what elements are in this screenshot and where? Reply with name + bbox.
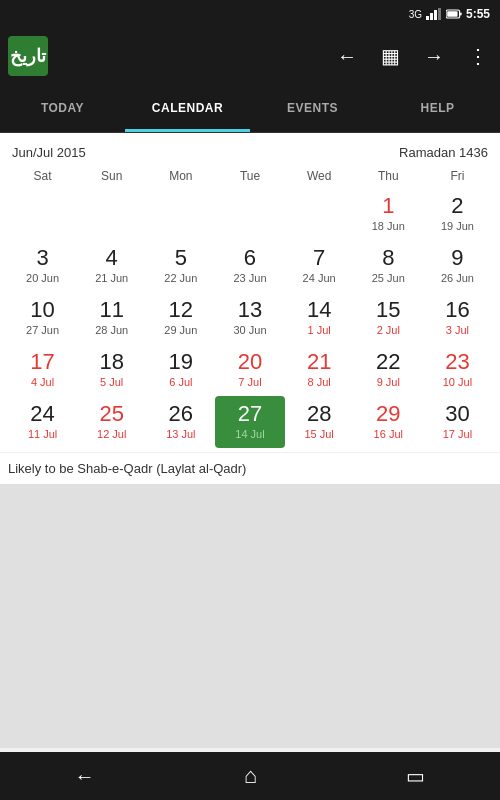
greg-date: 5 bbox=[175, 245, 187, 271]
svg-rect-1 bbox=[430, 13, 433, 20]
greg-date: 27 bbox=[238, 401, 262, 427]
day-header-tue: Tue bbox=[215, 166, 284, 186]
tab-calendar[interactable]: CALENDAR bbox=[125, 84, 250, 132]
cal-cell[interactable]: 185 Jul bbox=[77, 344, 146, 396]
cal-cell bbox=[146, 188, 215, 240]
hijri-date: 22 Jun bbox=[164, 272, 197, 285]
hijri-date: 27 Jun bbox=[26, 324, 59, 337]
hijri-date: 10 Jul bbox=[443, 376, 472, 389]
cal-cell[interactable]: 1128 Jun bbox=[77, 292, 146, 344]
forward-button[interactable]: → bbox=[420, 41, 448, 72]
cal-cell[interactable]: 196 Jul bbox=[146, 344, 215, 396]
greg-date: 12 bbox=[169, 297, 193, 323]
greg-date: 1 bbox=[382, 193, 394, 219]
nav-home-button[interactable]: ⌂ bbox=[244, 763, 257, 789]
hijri-date: 24 Jun bbox=[303, 272, 336, 285]
greg-date: 9 bbox=[451, 245, 463, 271]
cal-cell[interactable]: 207 Jul bbox=[215, 344, 284, 396]
cal-cell[interactable]: 118 Jun bbox=[354, 188, 423, 240]
cal-cell[interactable]: 3017 Jul bbox=[423, 396, 492, 448]
cal-cell[interactable]: 522 Jun bbox=[146, 240, 215, 292]
cal-cell[interactable]: 163 Jul bbox=[423, 292, 492, 344]
nav-back-button[interactable]: ← bbox=[75, 765, 95, 788]
greg-date: 21 bbox=[307, 349, 331, 375]
cal-cell[interactable]: 2411 Jul bbox=[8, 396, 77, 448]
cal-cell[interactable]: 320 Jun bbox=[8, 240, 77, 292]
svg-rect-2 bbox=[434, 10, 437, 20]
cal-cell[interactable]: 724 Jun bbox=[285, 240, 354, 292]
hijri-date: 12 Jul bbox=[97, 428, 126, 441]
hijri-date: 13 Jul bbox=[166, 428, 195, 441]
cal-cell[interactable]: 2916 Jul bbox=[354, 396, 423, 448]
cal-cell[interactable]: 2613 Jul bbox=[146, 396, 215, 448]
svg-rect-5 bbox=[460, 12, 462, 15]
signal-icon bbox=[426, 8, 442, 20]
cal-cell[interactable]: 2815 Jul bbox=[285, 396, 354, 448]
day-header-fri: Fri bbox=[423, 166, 492, 186]
tab-events[interactable]: EVENTS bbox=[250, 84, 375, 132]
greg-date: 13 bbox=[238, 297, 262, 323]
greg-date: 26 bbox=[169, 401, 193, 427]
hijri-date: 1 Jul bbox=[308, 324, 331, 337]
cal-cell[interactable]: 2512 Jul bbox=[77, 396, 146, 448]
cal-cell[interactable]: 152 Jul bbox=[354, 292, 423, 344]
cal-cell[interactable]: 2714 Jul bbox=[215, 396, 284, 448]
greg-date: 11 bbox=[99, 297, 123, 323]
cal-cell[interactable]: 825 Jun bbox=[354, 240, 423, 292]
cal-cell[interactable]: 218 Jul bbox=[285, 344, 354, 396]
month-header: Jun/Jul 2015 Ramadan 1436 bbox=[8, 141, 492, 166]
calendar-container: Jun/Jul 2015 Ramadan 1436 SatSunMonTueWe… bbox=[0, 133, 500, 452]
cal-cell[interactable]: 1027 Jun bbox=[8, 292, 77, 344]
greg-date: 30 bbox=[445, 401, 469, 427]
hijri-date: 29 Jun bbox=[164, 324, 197, 337]
greg-date: 22 bbox=[376, 349, 400, 375]
hijri-date: 20 Jun bbox=[26, 272, 59, 285]
svg-rect-6 bbox=[447, 11, 457, 17]
greg-date: 23 bbox=[445, 349, 469, 375]
greg-date: 14 bbox=[307, 297, 331, 323]
nav-bar: ← ⌂ ▭ bbox=[0, 752, 500, 800]
cal-cell[interactable]: 926 Jun bbox=[423, 240, 492, 292]
hijri-date: 28 Jun bbox=[95, 324, 128, 337]
cal-cell[interactable]: 1229 Jun bbox=[146, 292, 215, 344]
cal-cell[interactable]: 174 Jul bbox=[8, 344, 77, 396]
cal-cell bbox=[8, 188, 77, 240]
cal-cell[interactable]: 141 Jul bbox=[285, 292, 354, 344]
day-header-sun: Sun bbox=[77, 166, 146, 186]
hijri-date: 30 Jun bbox=[233, 324, 266, 337]
calendar-view-button[interactable]: ▦ bbox=[377, 40, 404, 72]
tab-today[interactable]: TODAY bbox=[0, 84, 125, 132]
cal-cell[interactable]: 219 Jun bbox=[423, 188, 492, 240]
cal-cell[interactable]: 2310 Jul bbox=[423, 344, 492, 396]
cal-cell[interactable]: 623 Jun bbox=[215, 240, 284, 292]
cal-cell[interactable]: 229 Jul bbox=[354, 344, 423, 396]
hijri-date: 18 Jun bbox=[372, 220, 405, 233]
empty-space bbox=[0, 484, 500, 748]
battery-icon bbox=[446, 8, 462, 20]
hijri-date: 4 Jul bbox=[31, 376, 54, 389]
hijri-date: 3 Jul bbox=[446, 324, 469, 337]
hijri-date: 26 Jun bbox=[441, 272, 474, 285]
cal-cell[interactable]: 1330 Jun bbox=[215, 292, 284, 344]
hijri-date: 5 Jul bbox=[100, 376, 123, 389]
more-options-button[interactable]: ⋮ bbox=[464, 40, 492, 72]
day-header-thu: Thu bbox=[354, 166, 423, 186]
greg-date: 10 bbox=[30, 297, 54, 323]
status-bar: 3G 5:55 bbox=[0, 0, 500, 28]
calendar-grid: 118 Jun219 Jun320 Jun421 Jun522 Jun623 J… bbox=[8, 188, 492, 448]
tab-help[interactable]: HELP bbox=[375, 84, 500, 132]
hijri-date: 9 Jul bbox=[377, 376, 400, 389]
back-button[interactable]: ← bbox=[333, 41, 361, 72]
cal-cell bbox=[215, 188, 284, 240]
greg-date: 4 bbox=[106, 245, 118, 271]
day-header-sat: Sat bbox=[8, 166, 77, 186]
nav-recent-button[interactable]: ▭ bbox=[406, 764, 425, 788]
hijri-date: 25 Jun bbox=[372, 272, 405, 285]
hijri-date: 15 Jul bbox=[304, 428, 333, 441]
status-time: 5:55 bbox=[466, 7, 490, 21]
cal-cell bbox=[285, 188, 354, 240]
greg-date: 15 bbox=[376, 297, 400, 323]
greg-date: 3 bbox=[36, 245, 48, 271]
app-logo[interactable]: تاریخ bbox=[8, 36, 48, 76]
cal-cell[interactable]: 421 Jun bbox=[77, 240, 146, 292]
